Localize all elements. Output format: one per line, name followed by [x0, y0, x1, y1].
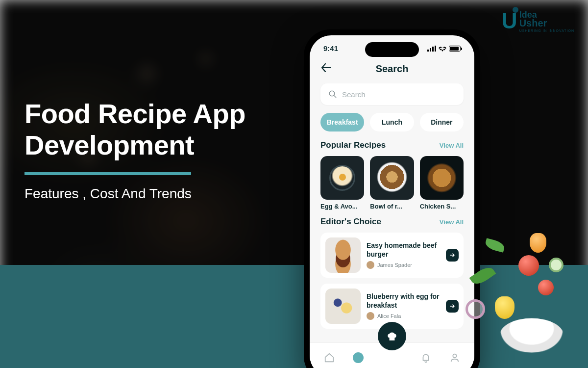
editor-card[interactable]: Easy homemade beef burger James Spader	[320, 233, 464, 278]
recipe-thumb-chicken	[420, 156, 464, 200]
nav-active-dot[interactable]	[353, 352, 364, 363]
avocado-icon	[516, 322, 534, 343]
back-arrow-icon[interactable]	[321, 63, 331, 75]
signal-icon	[427, 46, 436, 52]
editor-title: Easy homemade beef burger	[367, 241, 440, 259]
popular-card[interactable]: Chicken S...	[420, 156, 464, 210]
status-time: 9:41	[323, 44, 338, 53]
nav-bell-icon[interactable]	[420, 352, 431, 363]
author-name: James Spader	[377, 262, 412, 268]
author-avatar	[367, 261, 374, 269]
hero-divider	[24, 172, 191, 175]
editors-title: Editor's Choice	[320, 217, 381, 227]
phone-screen: 9:41 Search Breakfast Lunch	[310, 35, 474, 368]
bell-pepper-icon	[495, 296, 514, 319]
editor-author-row: Alice Fala	[367, 312, 440, 320]
recipe-thumb-bowl	[370, 156, 414, 200]
tomato-icon	[538, 280, 554, 295]
wifi-icon	[439, 46, 446, 52]
popular-view-all[interactable]: View All	[440, 142, 464, 149]
dynamic-island	[365, 42, 419, 57]
fab-chef-button[interactable]	[378, 322, 406, 350]
nav-home-icon[interactable]	[324, 352, 335, 363]
hero-title: Food Recipe App Development	[24, 98, 245, 161]
logo-word-2: Usher	[519, 18, 574, 28]
recipe-thumb-egg	[320, 156, 364, 200]
svg-line-1	[334, 95, 336, 98]
hero-text-block: Food Recipe App Development Features , C…	[24, 98, 245, 202]
logo-idea-usher: U Idea Usher USHERING IN INNOVATION	[502, 9, 574, 33]
search-field[interactable]	[320, 83, 464, 105]
popular-section: Popular Recipes View All Egg & Avo... Bo…	[310, 140, 474, 217]
arrow-right-icon[interactable]	[446, 300, 459, 313]
lettuce-leaf-icon	[484, 238, 506, 253]
bell-pepper-icon	[530, 233, 546, 253]
search-icon	[328, 90, 337, 99]
logo-tagline: USHERING IN INNOVATION	[519, 29, 574, 32]
editor-title: Blueberry with egg for breakfast	[367, 292, 440, 310]
editor-thumb-blueberry	[325, 289, 361, 324]
chip-breakfast[interactable]: Breakfast	[320, 113, 364, 131]
chef-hat-icon	[386, 330, 398, 342]
nav-profile-icon[interactable]	[449, 352, 460, 363]
cucumber-slice-icon	[549, 258, 564, 272]
arrow-right-icon[interactable]	[446, 249, 459, 262]
author-avatar	[367, 312, 374, 320]
screen-title: Search	[321, 63, 463, 75]
hero-subtitle: Features , Cost And Trends	[24, 186, 245, 202]
chip-dinner[interactable]: Dinner	[420, 113, 464, 131]
recipe-label: Egg & Avo...	[320, 203, 364, 210]
editor-author-row: James Spader	[367, 261, 440, 269]
author-name: Alice Fala	[377, 313, 401, 319]
search-input[interactable]	[342, 90, 456, 99]
chip-lunch[interactable]: Lunch	[370, 113, 414, 131]
popular-card[interactable]: Bowl of r...	[370, 156, 414, 210]
tomato-icon	[518, 255, 539, 276]
popular-card[interactable]: Egg & Avo...	[320, 156, 364, 210]
svg-point-2	[453, 354, 457, 357]
recipe-label: Chicken S...	[420, 203, 464, 210]
logo-mark-icon: U	[502, 9, 517, 33]
category-chips: Breakfast Lunch Dinner	[310, 113, 474, 140]
recipe-label: Bowl of r...	[370, 203, 414, 210]
phone-mockup: 9:41 Search Breakfast Lunch	[304, 29, 480, 368]
battery-icon	[449, 46, 461, 52]
editors-view-all[interactable]: View All	[440, 218, 464, 226]
app-bar: Search	[310, 55, 474, 80]
editor-thumb-burger	[325, 237, 361, 273]
popular-title: Popular Recipes	[320, 140, 386, 150]
salad-bowl-icon	[496, 318, 567, 353]
